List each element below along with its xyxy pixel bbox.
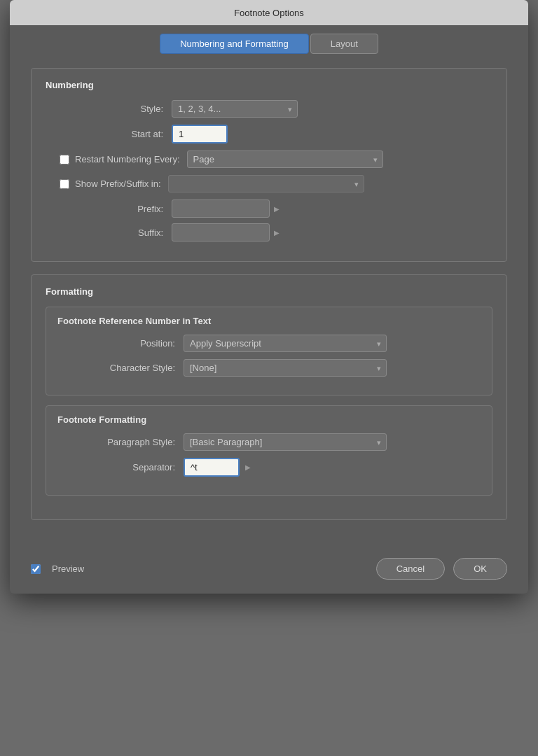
suffix-input-area [172,223,270,241]
suffix-label: Suffix: [46,227,172,238]
start-at-row: Start at: [46,125,492,144]
para-style-label: Paragraph Style: [57,437,184,447]
bottom-bar: Preview Cancel OK [10,547,528,594]
ref-subsection-title: Footnote Reference Number in Text [57,316,481,326]
show-prefix-checkbox[interactable] [60,179,69,189]
char-style-select-wrapper: [None] [184,359,387,377]
position-label: Position: [57,338,184,349]
numbering-section: Numbering Style: 1, 2, 3, 4... A, B, C, … [31,68,507,262]
separator-input[interactable] [184,458,240,477]
ok-button[interactable]: OK [453,558,507,580]
show-prefix-label: Show Prefix/Suffix in: [75,178,161,189]
suffix-row: Suffix: ▶ [46,223,492,241]
tab-bar: Numbering and Formatting Layout [10,25,528,61]
title-bar: Footnote Options [10,0,528,25]
restart-select-wrapper: Page Spread Section [187,150,383,168]
tab-numbering-formatting[interactable]: Numbering and Formatting [160,34,309,54]
restart-numbering-row: Restart Numbering Every: Page Spread Sec… [46,150,492,168]
char-style-row: Character Style: [None] [57,359,481,377]
preview-checkbox[interactable] [31,564,41,574]
restart-select[interactable]: Page Spread Section [187,150,383,168]
dialog-title: Footnote Options [234,8,304,18]
separator-arrow-icon[interactable]: ▶ [245,463,251,471]
prefix-arrow-icon[interactable]: ▶ [274,205,280,213]
para-style-select-wrapper: [Basic Paragraph] [184,433,387,451]
para-style-row: Paragraph Style: [Basic Paragraph] [57,433,481,451]
start-at-input[interactable] [172,125,228,144]
formatting-section: Formatting Footnote Reference Number in … [31,274,507,520]
position-select[interactable]: Apply Superscript Apply Subscript Use Ru… [184,335,387,352]
separator-label: Separator: [57,462,184,472]
footnote-options-dialog: Footnote Options Numbering and Formattin… [10,0,528,594]
char-style-label: Character Style: [57,363,184,373]
tab-layout[interactable]: Layout [310,34,378,54]
style-label: Style: [46,104,172,114]
formatting-section-title: Formatting [46,286,492,297]
prefix-label: Prefix: [46,204,172,214]
main-content: Numbering Style: 1, 2, 3, 4... A, B, C, … [10,61,528,547]
numbering-section-title: Numbering [46,80,492,90]
restart-label: Restart Numbering Every: [75,154,180,164]
prefix-input-area [172,200,270,218]
cancel-button[interactable]: Cancel [376,558,445,580]
start-at-label: Start at: [46,129,172,139]
suffix-arrow-icon[interactable]: ▶ [274,229,280,237]
show-prefix-select-wrapper [168,175,364,192]
show-prefix-row: Show Prefix/Suffix in: [46,175,492,192]
show-prefix-select[interactable] [168,175,364,192]
char-style-select[interactable]: [None] [184,359,387,377]
style-select-wrapper: 1, 2, 3, 4... A, B, C, D... a, b, c, d..… [172,100,298,118]
preview-label: Preview [52,564,84,574]
fn-formatting-title: Footnote Formatting [57,414,481,425]
style-row: Style: 1, 2, 3, 4... A, B, C, D... a, b,… [46,100,492,118]
position-row: Position: Apply Superscript Apply Subscr… [57,335,481,352]
prefix-row: Prefix: ▶ [46,200,492,218]
ref-number-subsection: Footnote Reference Number in Text Positi… [46,307,492,396]
para-style-select[interactable]: [Basic Paragraph] [184,433,387,451]
preview-row: Preview [31,564,84,574]
fn-formatting-subsection: Footnote Formatting Paragraph Style: [Ba… [46,405,492,496]
button-group: Cancel OK [376,558,507,580]
position-select-wrapper: Apply Superscript Apply Subscript Use Ru… [184,335,387,352]
restart-numbering-checkbox[interactable] [60,155,69,164]
separator-row: Separator: ▶ [57,458,481,477]
style-select[interactable]: 1, 2, 3, 4... A, B, C, D... a, b, c, d..… [172,100,298,118]
